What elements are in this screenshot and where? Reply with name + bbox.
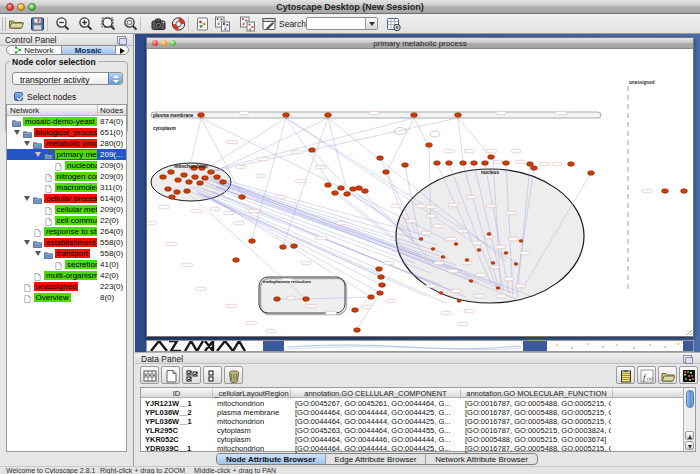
- network-node-small[interactable]: [457, 300, 461, 303]
- network-node[interactable]: [325, 183, 332, 188]
- network-node[interactable]: [344, 192, 351, 197]
- tree-row[interactable]: cellular process614(0): [7, 193, 126, 204]
- scroll-up-icon[interactable]: [685, 431, 694, 440]
- tab-network-attribute-browser[interactable]: Network Attribute Browser: [425, 454, 536, 464]
- network-node[interactable]: [411, 113, 418, 118]
- network-node[interactable]: [291, 244, 298, 249]
- tree-expander-icon[interactable]: [14, 130, 20, 138]
- network-node-small[interactable]: [504, 252, 508, 255]
- network-node[interactable]: [233, 258, 240, 263]
- table-column-header[interactable]: ID: [141, 389, 213, 399]
- table-row[interactable]: YPL036W__1mitochondrion[GO:0044464, GO:0…: [141, 416, 683, 425]
- attribute-list-icon[interactable]: [616, 366, 635, 384]
- tree-row[interactable]: nitrogen compo209(0): [7, 171, 126, 182]
- tree-row[interactable]: cell communicat22(0): [7, 215, 126, 226]
- unselect-attributes-icon[interactable]: [203, 366, 222, 384]
- network-node[interactable]: [426, 143, 433, 148]
- zoom-window-icon[interactable]: [28, 3, 36, 11]
- tree-expander-icon[interactable]: [24, 196, 30, 204]
- tree-row[interactable]: transport558(0): [7, 248, 126, 259]
- new-attribute-icon[interactable]: [161, 366, 180, 384]
- network-node[interactable]: [488, 155, 495, 160]
- network-node[interactable]: [169, 195, 176, 200]
- zoom-selected-icon[interactable]: [122, 16, 139, 32]
- network-docs-icon[interactable]: [214, 16, 231, 32]
- tree-row[interactable]: Overview8(0): [7, 292, 126, 303]
- table-row[interactable]: YJR121W__1mitochondrion[GO:0045267, GO:0…: [141, 399, 683, 408]
- network-node[interactable]: [181, 173, 188, 178]
- tree-row[interactable]: multi-organism pro42(0): [7, 270, 126, 281]
- zoom-out-icon[interactable]: [54, 16, 71, 32]
- network-node[interactable]: [168, 170, 175, 175]
- network-node[interactable]: [160, 175, 167, 180]
- network-node[interactable]: [220, 180, 227, 185]
- network-node[interactable]: [249, 239, 256, 244]
- network-node[interactable]: [379, 283, 386, 288]
- network-node[interactable]: [377, 291, 384, 296]
- network-frame-titlebar[interactable]: primary metabolic process: [147, 38, 693, 49]
- tree-row[interactable]: establishment of lo558(0): [7, 237, 126, 248]
- network-node-small[interactable]: [469, 280, 473, 283]
- function-builder-icon[interactable]: f(x): [637, 366, 656, 384]
- tree-row[interactable]: biological_process651(0): [7, 127, 126, 138]
- network-node-small[interactable]: [491, 262, 495, 265]
- network-node[interactable]: [332, 191, 339, 196]
- select-nodes-checkbox[interactable]: [14, 92, 23, 101]
- network-node[interactable]: [192, 175, 199, 180]
- network-node[interactable]: [434, 161, 441, 166]
- delete-attribute-icon[interactable]: [224, 366, 243, 384]
- network-node[interactable]: [208, 170, 215, 175]
- node-color-dropdown[interactable]: transporter activity: [12, 72, 123, 85]
- table-column-header[interactable]: _cellularLayoutRegion: [213, 389, 291, 399]
- network-node[interactable]: [274, 297, 281, 302]
- tree-expander-icon[interactable]: [35, 152, 41, 160]
- frame-zoom-icon[interactable]: [170, 40, 176, 46]
- network-node[interactable]: [378, 275, 385, 280]
- tree-row[interactable]: metabolic process280(0): [7, 138, 126, 149]
- table-row[interactable]: YLR295Ccytoplasm[GO:0045263, GO:0044464,…: [141, 425, 683, 434]
- search-dropdown-icon[interactable]: [365, 18, 377, 29]
- float-panel-icon[interactable]: [117, 36, 126, 44]
- network-node[interactable]: [368, 295, 375, 300]
- network-node[interactable]: [356, 186, 363, 191]
- import-table-icon[interactable]: [385, 16, 402, 32]
- network-node[interactable]: [402, 163, 409, 168]
- network-node-small[interactable]: [519, 240, 523, 243]
- tab-node-attribute-browser[interactable]: Node Attribute Browser: [217, 454, 325, 464]
- network-canvas[interactable]: plasma membranecytoplasmmitochondrionnuc…: [147, 49, 693, 336]
- network-node[interactable]: [446, 161, 453, 166]
- float-data-panel-icon[interactable]: [683, 355, 692, 363]
- frame-resize-grip[interactable]: [687, 330, 692, 335]
- search-input[interactable]: [306, 17, 378, 30]
- network-node[interactable]: [325, 113, 332, 118]
- network-node-small[interactable]: [487, 233, 491, 236]
- attribute-grid-icon[interactable]: [140, 366, 159, 384]
- layout-doc-icon[interactable]: [194, 16, 211, 32]
- network-node[interactable]: [352, 308, 359, 313]
- scroll-down-icon[interactable]: [685, 441, 694, 450]
- network-node[interactable]: [175, 178, 182, 183]
- network-node-small[interactable]: [419, 238, 423, 241]
- table-column-header[interactable]: annotation.GO CELLULAR_COMPONENT: [291, 389, 461, 399]
- help-lifering-icon[interactable]: [170, 16, 187, 32]
- zoom-in-icon[interactable]: [77, 16, 94, 32]
- scrollbar-thumb[interactable]: [686, 390, 694, 408]
- network-node-small[interactable]: [465, 259, 469, 262]
- zoom-fit-icon[interactable]: [100, 16, 117, 32]
- network-docs2-icon[interactable]: [239, 16, 256, 32]
- table-column-header[interactable]: annotation.GO MOLECULAR_FUNCTION: [461, 389, 613, 399]
- network-node-small[interactable]: [477, 249, 481, 252]
- select-attributes-icon[interactable]: [182, 366, 201, 384]
- tree-row[interactable]: response to stimul264(0): [7, 226, 126, 237]
- import-attributes-icon[interactable]: [658, 366, 677, 384]
- network-node-small[interactable]: [454, 243, 458, 246]
- network-node[interactable]: [662, 189, 669, 194]
- minimize-window-icon[interactable]: [17, 3, 25, 11]
- network-node[interactable]: [198, 113, 205, 118]
- network-node[interactable]: [503, 161, 510, 166]
- tab-edge-attribute-browser[interactable]: Edge Attribute Browser: [325, 454, 426, 464]
- network-node[interactable]: [482, 161, 489, 166]
- tree-expander-icon[interactable]: [24, 141, 30, 149]
- tab-network[interactable]: Network: [7, 46, 61, 54]
- tab-overflow-arrow-icon[interactable]: [115, 46, 128, 54]
